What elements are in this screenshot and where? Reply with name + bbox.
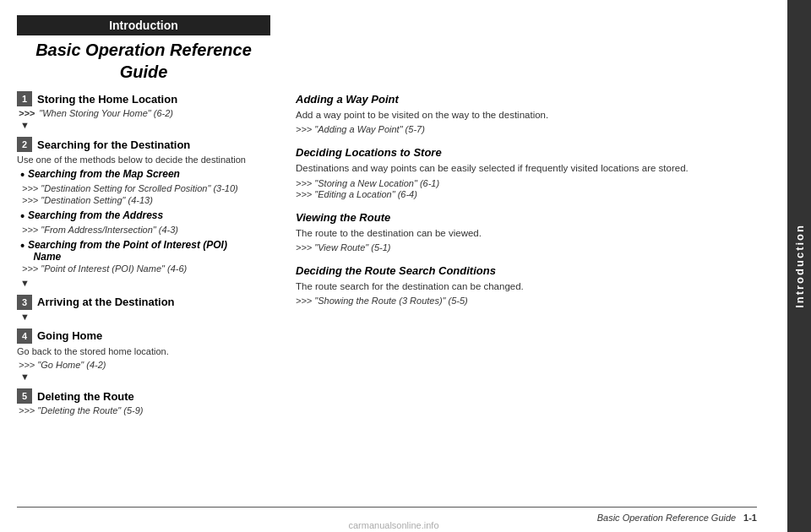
right-section-1-body: Add a way point to be visited on the way… [296,108,770,122]
sub-item-poi: • Searching from the Point of Interest (… [20,239,279,274]
section-2-triangle: ▼ [20,278,279,288]
right-section-2-body: Destinations and way points can be easil… [296,161,770,176]
guide-title: Basic Operation Reference Guide [17,39,270,83]
right-section-1-title: Adding a Way Point [296,93,770,106]
section-2-header: 2 Searching for the Destination [17,137,279,152]
section-4-body: Go back to the stored home location. [17,345,279,358]
left-column: 1 Storing the Home Location >>> "When St… [17,91,279,524]
section-4-ref: >>> "Go Home" (4-2) [19,360,279,370]
section-5: 5 Deleting the Route >>> "Deleting the R… [17,388,279,415]
bullet-map-screen: • Searching from the Map Screen [20,168,279,182]
section-3-header: 3 Arriving at the Destination [17,295,279,310]
sub-item-address: • Searching from the Address >>> "From A… [20,209,279,235]
poi-ref1: >>> "Point of Interest (POI) Name" (4-6) [22,263,279,274]
section-1-ref: >>> "When Storing Your Home" (6-2) [19,108,279,118]
section-1-title: Storing the Home Location [37,93,177,106]
right-section-3-ref: >>> "View Route" (5-1) [296,242,770,252]
right-section-3-title: Viewing the Route [296,211,770,224]
guide-title-line1: Basic Operation Reference [35,41,252,59]
section-5-title: Deleting the Route [37,390,134,403]
section-4-title: Going Home [37,329,102,342]
right-section-4: Deciding the Route Search Conditions The… [296,264,770,306]
section-4-header: 4 Going Home [17,328,279,344]
step-badge-2: 2 [17,137,32,152]
section-4: 4 Going Home Go back to the stored home … [17,328,279,382]
sidebar-label: Introduction [793,224,806,308]
footer-page: 1-1 [743,513,757,523]
bullet-address-label: Searching from the Address [28,209,163,221]
section-2-title: Searching for the Destination [37,138,190,151]
step-badge-4: 4 [17,328,32,344]
right-section-4-title: Deciding the Route Search Conditions [296,264,770,277]
address-ref1: >>> "From Address/Intersection" (4-3) [22,225,279,235]
sidebar: Introduction [787,0,811,532]
section-5-ref: >>> "Deleting the Route" (5-9) [19,405,279,415]
right-section-2-title: Deciding Locations to Store [296,146,770,159]
right-section-3-body: The route to the destination can be view… [296,226,770,241]
sub-item-map-screen: • Searching from the Map Screen >>> "Des… [20,168,279,205]
section-5-header: 5 Deleting the Route [17,388,279,404]
map-screen-ref1: >>> "Destination Setting for Scrolled Po… [22,183,279,193]
step-badge-5: 5 [17,388,32,404]
bullet-poi-label: Searching from the Point of Interest (PO… [28,239,227,263]
section-1-triangle: ▼ [20,120,279,130]
right-section-2-ref1: >>> "Storing a New Location" (6-1) [296,178,770,188]
footer-text: Basic Operation Reference Guide [597,513,736,523]
right-column: Adding a Way Point Add a way point to be… [296,91,770,524]
section-1: 1 Storing the Home Location >>> "When St… [17,91,279,130]
right-section-4-body: The route search for the destination can… [296,280,770,294]
bullet-poi: • Searching from the Point of Interest (… [20,239,279,263]
intro-title-bar: Introduction [17,15,270,35]
section-2-body: Use one of the methods below to decide t… [17,154,279,166]
right-section-4-ref: >>> "Showing the Route (3 Routes)" (5-5) [296,296,770,306]
right-section-2: Deciding Locations to Store Destinations… [296,146,770,198]
section-3-title: Arriving at the Destination [37,296,175,308]
map-screen-ref2: >>> "Destination Setting" (4-13) [22,195,279,205]
step-badge-1: 1 [17,91,32,106]
section-2: 2 Searching for the Destination Use one … [17,137,279,288]
section-3: 3 Arriving at the Destination ▼ [17,295,279,322]
main-content: Introduction Basic Operation Reference G… [0,0,787,532]
right-section-1: Adding a Way Point Add a way point to be… [296,93,770,134]
bullet-address: • Searching from the Address [20,209,279,224]
right-section-3: Viewing the Route The route to the desti… [296,211,770,252]
section-1-header: 1 Storing the Home Location [17,91,279,106]
right-section-2-ref2: >>> "Editing a Location" (6-4) [296,189,770,199]
step-badge-3: 3 [17,295,32,310]
watermark: carmanualsonline.info [348,520,438,530]
guide-title-line2: Guide [120,62,168,81]
section-3-triangle: ▼ [20,312,279,322]
section-4-triangle: ▼ [20,372,279,382]
bullet-map-screen-label: Searching from the Map Screen [28,168,180,180]
right-section-1-ref: >>> "Adding a Way Point" (5-7) [296,124,770,134]
